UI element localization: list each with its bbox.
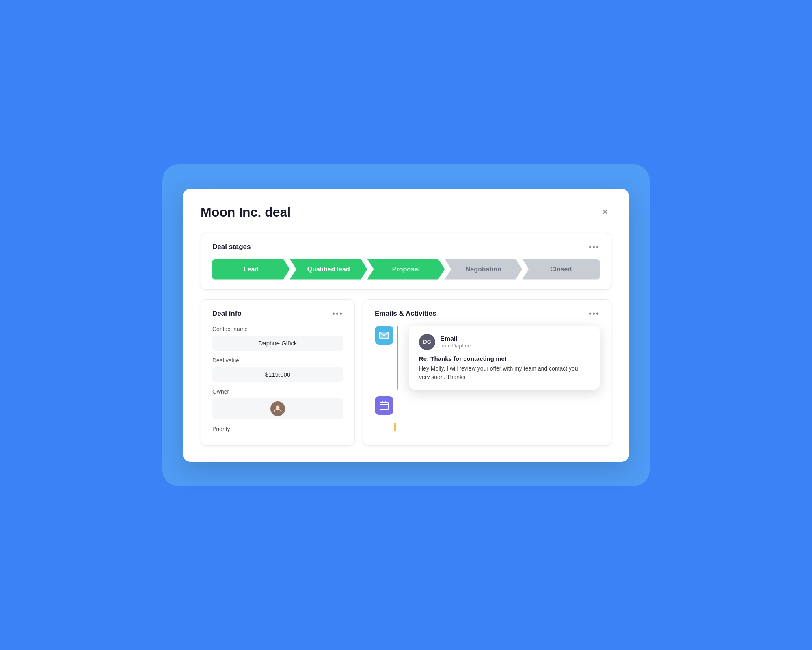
deal-stages-header: Deal stages ••• — [212, 243, 600, 251]
close-button[interactable]: × — [599, 205, 611, 219]
contact-name-value: Daphne Glück — [212, 336, 343, 351]
stage-lead[interactable]: Lead — [212, 259, 290, 280]
email-activity-icon[interactable] — [375, 326, 393, 344]
emails-activities-card: Emails & Activities ••• — [363, 299, 611, 446]
modal-title: Moon Inc. deal — [201, 205, 291, 220]
email-body: Hey Molly, I will review your offer with… — [419, 364, 590, 381]
deal-value: $119,000 — [212, 367, 343, 382]
deal-stages-more-button[interactable]: ••• — [589, 243, 600, 251]
stage-proposal[interactable]: Proposal — [367, 259, 445, 280]
stage-negotiation[interactable]: Negotiation — [445, 259, 522, 280]
calendar-activity-icon[interactable] — [375, 396, 393, 415]
stages-pipeline: Lead Qualified lead Proposal Negotiation… — [212, 259, 600, 280]
timeline-vertical-bar — [397, 326, 398, 390]
email-from: from Daphne — [440, 342, 471, 349]
sender-avatar: DG — [419, 334, 435, 350]
email-meta: Email from Daphne — [440, 335, 471, 349]
deal-value-label: Deal value — [212, 357, 343, 364]
owner-label: Owner — [212, 388, 343, 395]
bottom-row: Deal info ••• Contact name Daphne Glück … — [201, 299, 611, 446]
activity-timeline: DG Email from Daphne Re: Thanks for cont… — [375, 326, 600, 431]
email-subject: Re: Thanks for contacting me! — [419, 355, 590, 362]
stage-closed[interactable]: Closed — [522, 259, 600, 280]
deal-info-title: Deal info — [212, 310, 242, 318]
deal-info-more-button[interactable]: ••• — [332, 310, 343, 318]
deal-stages-title: Deal stages — [212, 243, 251, 251]
calendar-activity-item — [375, 396, 600, 415]
deal-info-header: Deal info ••• — [212, 310, 343, 318]
email-popup-header: DG Email from Daphne — [419, 334, 590, 350]
svg-rect-3 — [380, 402, 388, 410]
modal-container: Moon Inc. deal × Deal stages ••• Lead Qu… — [183, 188, 629, 462]
owner-box — [212, 398, 343, 419]
email-label: Email — [440, 335, 471, 342]
outer-background: Moon Inc. deal × Deal stages ••• Lead Qu… — [162, 164, 650, 486]
contact-name-label: Contact name — [212, 326, 343, 332]
yellow-timeline-indicator — [394, 423, 396, 431]
deal-info-card: Deal info ••• Contact name Daphne Glück … — [201, 299, 355, 446]
owner-avatar — [270, 401, 285, 416]
stage-qualified-lead[interactable]: Qualified lead — [290, 259, 367, 280]
priority-label: Priority — [212, 426, 343, 432]
deal-stages-card: Deal stages ••• Lead Qualified lead Prop… — [201, 233, 611, 290]
emails-header: Emails & Activities ••• — [375, 310, 600, 318]
emails-title: Emails & Activities — [375, 310, 436, 318]
email-popup: DG Email from Daphne Re: Thanks for cont… — [409, 326, 600, 390]
emails-more-button[interactable]: ••• — [589, 310, 600, 318]
email-activity-row: DG Email from Daphne Re: Thanks for cont… — [375, 326, 600, 390]
modal-header: Moon Inc. deal × — [201, 205, 611, 220]
